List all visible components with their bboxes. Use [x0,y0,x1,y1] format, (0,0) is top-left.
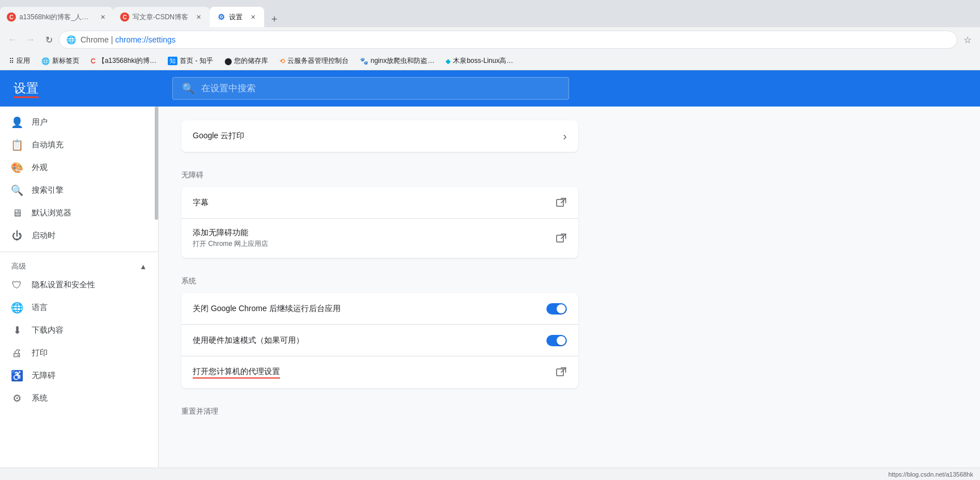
sidebar-item-appearance[interactable]: 🎨 外观 [0,156,158,179]
tab-3[interactable]: ⚙ 设置 ✕ [210,7,264,27]
sidebar-item-startup[interactable]: ⏻ 启动时 [0,224,158,247]
sidebar-divider [0,252,158,252]
tab-3-title: 设置 [229,12,243,22]
proxy-item[interactable]: 打开您计算机的代理设置 [181,356,578,388]
hardware-accel-toggle-container [546,335,567,346]
bookmark-apps[interactable]: ⠿ 应用 [5,55,35,67]
csdn-icon: C [91,57,96,65]
bookmark-github[interactable]: ⬤ 您的储存库 [220,55,273,67]
add-accessibility-subtitle: 打开 Chrome 网上应用店 [193,239,555,249]
hardware-accel-content: 使用硬件加速模式（如果可用） [193,335,546,346]
user-icon: 👤 [11,117,23,128]
address-bar[interactable]: 🌐 Chrome | chrome://settings [59,31,957,49]
proxy-content: 打开您计算机的代理设置 [193,367,555,379]
appearance-icon: 🎨 [11,162,23,173]
sidebar-item-autofill[interactable]: 📋 自动填充 [0,134,158,156]
bookmark-star-button[interactable]: ☆ [960,32,975,48]
cloud-icon: ⟲ [279,57,285,65]
advanced-label: 高级 [11,261,26,271]
scrollbar-thumb[interactable] [155,107,158,220]
bookmark-cloud-label: 云服务器管理控制台 [287,56,349,66]
sidebar-search-label: 搜索引擎 [32,185,147,196]
bookmark-apps-label: 应用 [16,56,30,66]
muquan-icon: ◆ [446,57,451,65]
sidebar-users-label: 用户 [32,117,147,128]
address-separator: | [109,35,115,44]
sidebar-system-label: 系统 [32,393,147,403]
sidebar-item-language[interactable]: 🌐 语言 [0,296,158,319]
nginx-icon: 🐾 [360,57,368,65]
cloud-print-section: Google 云打印 [181,120,578,152]
tab-2[interactable]: C 写文章-CSDN博客 ✕ [113,7,210,27]
autofill-icon: 📋 [11,139,23,151]
sidebar-browser-label: 默认浏览器 [32,208,147,218]
settings-page: 设置 🔍 👤 用户 📋 自动填充 [0,70,980,468]
refresh-button[interactable]: ↻ [41,32,57,48]
background-run-item[interactable]: 关闭 Google Chrome 后继续运行后台应用 [181,293,578,325]
tab-1[interactable]: C a13568hki的博客_人生匆匆_CS… ✕ [0,7,113,27]
privacy-icon: 🛡 [11,279,23,291]
bookmark-muquan-label: 木泉boss-Linux高… [453,56,513,66]
sidebar-item-accessibility[interactable]: ♿ 无障碍 [0,364,158,387]
sidebar-item-print[interactable]: 🖨 打印 [0,342,158,364]
settings-search-bar[interactable]: 🔍 [172,77,569,100]
bookmark-nginx[interactable]: 🐾 nginx放爬虫和防盗… [355,55,439,67]
browser-window: C a13568hki的博客_人生匆匆_CS… ✕ C 写文章-CSDN博客 ✕… [0,0,980,480]
new-tab-button[interactable]: + [266,11,282,27]
sidebar-item-privacy[interactable]: 🛡 隐私设置和安全性 [0,274,158,296]
system-section: 系统 关闭 Google Chrome 后继续运行后台应用 [181,276,578,388]
secure-icon: 🌐 [66,35,76,44]
advanced-chevron-up: ▲ [139,262,147,271]
startup-icon: ⏻ [11,230,23,241]
sidebar-item-downloads[interactable]: ⬇ 下载内容 [0,319,158,342]
settings-search-input[interactable] [201,83,559,94]
bookmark-zhihu[interactable]: 知 首页 - 知乎 [163,55,218,67]
tab-3-favicon: ⚙ [217,12,226,22]
captions-item[interactable]: 字幕 [181,187,578,219]
sidebar-item-search-engine[interactable]: 🔍 搜索引擎 [0,179,158,202]
settings-header: 设置 🔍 [0,70,980,107]
background-run-toggle[interactable] [546,303,567,315]
tab-1-close[interactable]: ✕ [99,12,107,22]
add-accessibility-title: 添加无障碍功能 [193,228,555,238]
sidebar-downloads-label: 下载内容 [32,325,147,335]
bookmark-csdn[interactable]: C 【a13568hki的博… [86,55,161,67]
bookmark-muquan[interactable]: ◆ 木泉boss-Linux高… [441,55,517,67]
accessibility-card: 字幕 添加无障 [181,187,578,258]
svg-rect-0 [557,199,563,206]
cloud-print-title: Google 云打印 [193,131,563,141]
svg-rect-4 [557,369,563,376]
tab-bar: C a13568hki的博客_人生匆匆_CS… ✕ C 写文章-CSDN博客 ✕… [0,0,980,27]
advanced-section-header[interactable]: 高级 ▲ [0,257,158,274]
sidebar-item-users[interactable]: 👤 用户 [0,111,158,134]
hardware-accel-toggle[interactable] [546,335,567,346]
bookmark-newtab[interactable]: 🌐 新标签页 [37,55,84,67]
github-icon: ⬤ [224,57,232,65]
tab-3-close[interactable]: ✕ [248,12,257,22]
cloud-print-content: Google 云打印 [193,131,563,141]
scrollbar-track [154,107,158,468]
tab-2-title: 写文章-CSDN博客 [133,12,188,22]
tab-2-favicon: C [120,12,129,22]
reset-section: 重置并清理 [181,406,578,417]
cloud-print-item[interactable]: Google 云打印 [181,120,578,152]
bookmark-csdn-label: 【a13568hki的博… [98,56,156,66]
add-accessibility-item[interactable]: 添加无障碍功能 打开 Chrome 网上应用店 [181,219,578,258]
sidebar-item-default-browser[interactable]: 🖥 默认浏览器 [0,202,158,224]
sidebar-item-system[interactable]: ⚙ 系统 [0,387,158,410]
cloud-print-card: Google 云打印 [181,120,578,152]
tab-2-close[interactable]: ✕ [194,12,203,22]
proxy-external-link [555,367,567,378]
system-icon: ⚙ [11,393,23,404]
settings-page-title: 设置 [14,80,172,97]
accessibility-icon: ♿ [11,370,23,381]
captions-external-link [555,197,567,209]
add-accessibility-external-link [555,233,567,244]
bookmark-cloud[interactable]: ⟲ 云服务器管理控制台 [275,55,353,67]
forward-button[interactable]: → [23,32,39,48]
back-button[interactable]: ← [5,32,20,48]
hardware-accel-item[interactable]: 使用硬件加速模式（如果可用） [181,325,578,356]
svg-rect-2 [557,235,563,242]
apps-icon: ⠿ [9,57,14,65]
accessibility-heading: 无障碍 [181,170,578,180]
